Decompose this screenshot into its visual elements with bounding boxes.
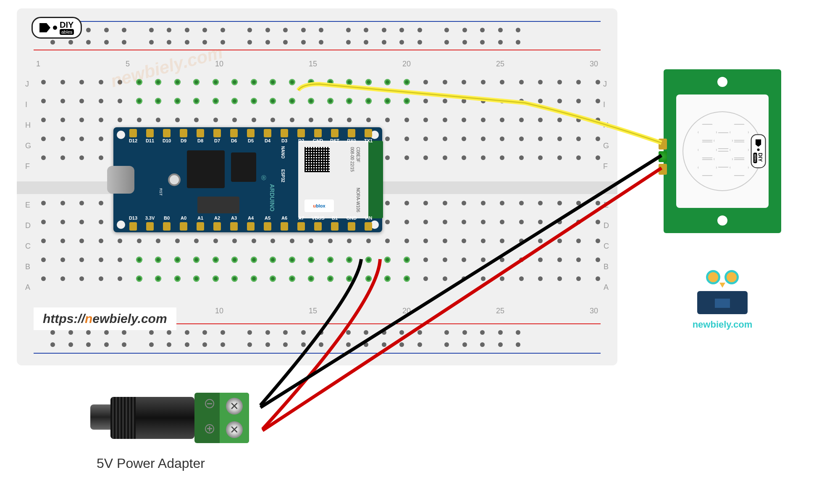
- pin-pad: [146, 222, 154, 231]
- owl-eye-icon: [706, 270, 720, 284]
- pir-pin-out: [659, 139, 667, 150]
- esp32-label: ESP32: [281, 169, 285, 182]
- laptop-icon: [697, 291, 748, 314]
- url-suffix: .com: [138, 312, 167, 326]
- reset-button[interactable]: [168, 173, 181, 186]
- diyables-text: DIY: [60, 21, 74, 29]
- wifi-antenna-icon: [368, 141, 383, 218]
- usb-c-port-icon: [107, 166, 134, 194]
- pin-pad: [348, 129, 355, 137]
- pin-pad: [180, 129, 187, 137]
- pin-pad: [146, 129, 154, 137]
- row-dr: D: [604, 221, 609, 230]
- pin-label-b0: B0: [160, 215, 173, 220]
- pir-motion-sensor: DIY ables: [664, 69, 781, 233]
- qr-code-icon: [304, 147, 330, 172]
- col-20: 20: [402, 60, 411, 68]
- url-n: n: [85, 312, 92, 326]
- newbiely-mascot: newbiely.com: [685, 268, 760, 330]
- col-15: 15: [309, 60, 317, 68]
- pir-pin-gnd: [659, 151, 667, 162]
- ublox-logo: ublox: [304, 200, 334, 212]
- pin-pad: [230, 129, 238, 137]
- mount-hole: [717, 77, 727, 87]
- pin-label-rx0: RX0: [345, 138, 358, 143]
- pin-label-a1: A1: [194, 215, 207, 220]
- mount-hole: [117, 220, 125, 229]
- power-rail-top-neg: [34, 21, 601, 22]
- pin-label-a0: A0: [177, 215, 190, 220]
- pir-pin-vcc: [659, 164, 667, 175]
- pin-pad: [247, 222, 255, 231]
- pin-pad: [163, 129, 171, 137]
- row-letters-left-bot: E D C B A: [25, 201, 31, 292]
- lens-facet-icon: [698, 159, 717, 176]
- screw-terminal-neg[interactable]: ✕: [226, 398, 243, 415]
- module-part2: 008-00 22/15: [350, 147, 354, 172]
- mount-hole: [717, 215, 727, 226]
- diyables-text: DIY: [757, 152, 763, 163]
- lens-facet-icon: [730, 142, 749, 158]
- lens-facet-icon: [714, 132, 733, 149]
- row-er: E: [604, 201, 609, 210]
- dc-power-adapter: ✕ ✕ − +: [90, 393, 284, 447]
- row-letters-right-top: J I H G F: [603, 80, 609, 171]
- source-url: https://newbiely.com: [34, 307, 176, 330]
- chip-icon: [187, 150, 225, 188]
- pin-label-a3: A3: [228, 215, 240, 220]
- diyables-logo-icon: [755, 139, 761, 147]
- row-jr: J: [603, 80, 609, 89]
- pin-pad: [247, 129, 255, 137]
- pir-pcb: DIY ables: [676, 94, 769, 208]
- diyables-logo-icon: [39, 23, 50, 32]
- ublox-u: u: [313, 203, 316, 208]
- row-hr: H: [603, 121, 609, 130]
- power-rail-bot-holes: [50, 330, 520, 354]
- row-br: B: [604, 262, 609, 271]
- module-part1: C08E3F: [356, 147, 360, 163]
- diyables-dot-icon: [53, 26, 57, 30]
- screw-terminal-pos[interactable]: ✕: [226, 421, 243, 438]
- pin-label-d13: D13: [127, 215, 139, 220]
- diyables-logo-pir: DIY ables: [751, 134, 766, 168]
- pin-label-d10: D10: [160, 138, 173, 143]
- col-25b: 25: [496, 307, 504, 315]
- pin-label-d11: D11: [144, 138, 156, 143]
- pin-label-b1: B1: [328, 215, 341, 220]
- row-f: F: [25, 162, 31, 171]
- pin-pad: [129, 222, 137, 231]
- polarity-pos: +: [205, 424, 214, 433]
- row-letters-left-top: J I H G F: [25, 80, 31, 171]
- mount-hole: [117, 131, 125, 139]
- url-rest: ewbiely: [92, 312, 137, 326]
- pin-label-vin: VIN: [362, 215, 375, 220]
- barrel-grip-icon: [110, 397, 136, 439]
- row-b: B: [25, 262, 31, 271]
- module-part3: NORA-W106: [356, 188, 360, 212]
- pin-pad: [129, 129, 137, 137]
- registered-icon: ®: [261, 174, 266, 182]
- pin-pad: [314, 129, 322, 137]
- pin-label-d6: D6: [228, 138, 240, 143]
- pin-label-a5: A5: [261, 215, 274, 220]
- pin-pad: [213, 222, 221, 231]
- pin-label-rst: RST: [328, 138, 341, 143]
- col-numbers-top: 1 5 10 15 20 25 30: [36, 60, 598, 68]
- pin-label-gnd: GND: [345, 215, 358, 220]
- row-a: A: [25, 283, 31, 292]
- row-ir: I: [603, 100, 609, 109]
- pin-label-d5: D5: [244, 138, 257, 143]
- col-15b: 15: [309, 307, 317, 315]
- rst-label: RST: [159, 188, 163, 196]
- pin-pad: [348, 222, 355, 231]
- screw-terminal-block: ✕ ✕ − +: [194, 393, 249, 443]
- col-30: 30: [590, 60, 598, 68]
- pin-label-a6: A6: [278, 215, 291, 220]
- col-30b: 30: [590, 307, 598, 315]
- power-rail-top-holes: [50, 28, 520, 52]
- col-25: 25: [496, 60, 504, 68]
- pir-fresnel-lens-icon: [682, 111, 762, 191]
- row-ar: A: [604, 283, 609, 292]
- ublox-blox: blox: [316, 203, 326, 208]
- pin-pad: [197, 129, 204, 137]
